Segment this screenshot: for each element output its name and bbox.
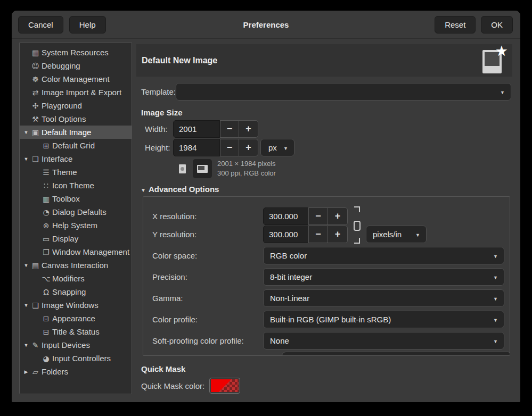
width-increment-button[interactable]: + (239, 120, 258, 138)
cpu-icon: ▦ (30, 48, 40, 57)
expander-open-icon[interactable]: ▼ (22, 130, 30, 135)
image-size-summary: 2001 × 1984 pixels 300 ppi, RGB color (217, 159, 276, 178)
height-increment-button[interactable]: + (239, 139, 258, 156)
color-profile-row: Color profile: Built-in RGB (GIMP built-… (143, 311, 510, 328)
sidebar-item-dialog-defaults[interactable]: ◔ Dialog Defaults (20, 205, 132, 219)
precision-label: Precision: (152, 268, 187, 286)
sidebar-item-input-devices[interactable]: ▼ ✎ Input Devices (20, 338, 132, 352)
sidebar-item-help-system[interactable]: ⊚ Help System (20, 219, 132, 232)
sidebar-item-tool-options[interactable]: ⚒ Tool Options (20, 112, 132, 126)
sidebar-item-toolbox[interactable]: ▥ Toolbox (20, 192, 132, 205)
sidebar-item-default-grid[interactable]: ⊞ Default Grid (20, 139, 132, 152)
y-resolution-increment-button[interactable]: + (328, 226, 348, 243)
color-space-label: Color space: (152, 247, 197, 264)
sidebar-item-debugging[interactable]: ☺ Debugging (20, 59, 132, 72)
sidebar-item-canvas-interaction[interactable]: ▼ ▤ Canvas Interaction (20, 259, 132, 272)
x-resolution-input[interactable]: 300.000 (263, 207, 308, 225)
sidebar-item-snapping[interactable]: Ω Snapping (20, 285, 132, 298)
gamma-dropdown[interactable]: Non-Linear ▼ (263, 289, 504, 307)
expander-open-icon[interactable]: ▼ (22, 343, 30, 348)
reset-button[interactable]: Reset (435, 16, 476, 34)
size-summary-line1: 2001 × 1984 pixels (217, 159, 276, 169)
sidebar-item-playground[interactable]: ✣ Playground (20, 99, 132, 112)
sidebar-item-label: Image Windows (42, 301, 99, 310)
x-resolution-label: X resolution: (152, 207, 197, 225)
soft-proofing-dropdown[interactable]: None ▼ (263, 332, 504, 350)
chain-top-bracket (354, 206, 360, 212)
expander-open-icon[interactable]: ▼ (22, 263, 30, 268)
sidebar-item-icon-theme[interactable]: ∷ Icon Theme (20, 179, 132, 192)
dialog-content: ▦ System Resources ☺ Debugging ☸ Color M… (12, 39, 520, 402)
gauge-icon: ◔ (41, 208, 51, 217)
preferences-category-tree: ▦ System Resources ☺ Debugging ☸ Color M… (19, 42, 132, 394)
resolution-unit-dropdown[interactable]: pixels/in ▼ (366, 226, 427, 243)
default-new-image-panel: Default New Image ★ Template: ▼ Image Si… (136, 39, 512, 402)
sidebar-item-label: Help System (52, 221, 97, 230)
template-dropdown[interactable]: ▼ (176, 83, 511, 101)
expander-open-icon[interactable]: ▼ (22, 156, 30, 162)
soft-proofing-row: Soft-proofing color profile: None ▼ (143, 332, 510, 350)
sidebar-item-label: Toolbox (52, 194, 80, 203)
width-input[interactable]: 2001 (173, 120, 220, 138)
ok-button[interactable]: OK (481, 16, 513, 34)
sidebar-item-window-management[interactable]: ❐ Window Management (20, 245, 132, 259)
y-resolution-label: Y resolution: (152, 226, 197, 243)
clipped-dropdown[interactable] (282, 352, 510, 356)
x-resolution-increment-button[interactable]: + (328, 207, 348, 225)
sidebar-item-image-import-export[interactable]: ⇄ Image Import & Export (20, 86, 132, 99)
toolbox-icon: ▥ (41, 195, 51, 203)
sidebar-item-label: Canvas Interaction (42, 261, 108, 270)
sidebar-item-system-resources[interactable]: ▦ System Resources (20, 46, 132, 59)
chevron-down-icon: ▼ (493, 339, 498, 344)
cancel-button[interactable]: Cancel (18, 16, 63, 34)
height-decrement-button[interactable]: − (220, 139, 239, 156)
tools-icon: ⚒ (30, 115, 40, 123)
expander-collapsed-icon[interactable]: ▶ (22, 369, 30, 375)
page-title: Default New Image (142, 44, 217, 77)
pinwheel-icon: ✣ (30, 102, 40, 110)
color-space-dropdown[interactable]: RGB color ▼ (263, 247, 504, 264)
y-resolution-input[interactable]: 300.000 (263, 226, 308, 243)
sidebar-item-label: Default Grid (52, 141, 95, 150)
quick-mask-color-fill (211, 379, 239, 392)
width-decrement-button[interactable]: − (220, 120, 239, 138)
chevron-down-icon: ▼ (493, 254, 498, 259)
portrait-orientation-button[interactable] (173, 159, 192, 178)
quick-mask-color-label: Quick Mask color: (141, 378, 204, 394)
sidebar-item-display[interactable]: ▭ Display (20, 232, 132, 245)
chevron-down-icon: ▼ (283, 146, 288, 151)
window-pair-icon: ❏ (30, 155, 40, 163)
help-button[interactable]: Help (69, 16, 106, 34)
sidebar-item-color-management[interactable]: ☸ Color Management (20, 72, 132, 86)
sidebar-item-input-controllers[interactable]: ◕ Input Controllers (20, 352, 132, 365)
color-profile-dropdown[interactable]: Built-in RGB (GIMP built-in sRGB) ▼ (263, 311, 504, 328)
quick-mask-color-swatch[interactable] (209, 378, 240, 394)
sidebar-item-interface[interactable]: ▼ ❏ Interface (20, 152, 132, 165)
sidebar-item-label: Default Image (42, 128, 91, 137)
sidebar-item-default-image[interactable]: ▼ ▣ Default Image (20, 126, 132, 139)
y-resolution-decrement-button[interactable]: − (308, 226, 328, 243)
unit-dropdown[interactable]: px ▼ (260, 139, 294, 156)
precision-dropdown[interactable]: 8-bit integer ▼ (263, 268, 504, 286)
template-row: Template: ▼ (136, 83, 512, 101)
expander-open-icon[interactable]: ▼ (22, 303, 30, 308)
sidebar-item-modifiers[interactable]: ⌥ Modifiers (20, 272, 132, 285)
chain-link-toggle[interactable] (351, 205, 363, 245)
lifebuoy-icon: ⊚ (41, 221, 51, 230)
controller-icon: ◕ (41, 354, 51, 363)
x-resolution-decrement-button[interactable]: − (308, 207, 328, 225)
height-input[interactable]: 1984 (173, 139, 220, 156)
sidebar-item-appearance[interactable]: ⊡ Appearance (20, 312, 132, 325)
image-size-heading: Image Size (141, 108, 183, 117)
landscape-orientation-button[interactable] (193, 159, 212, 178)
sidebar-item-theme[interactable]: ☰ Theme (20, 165, 132, 179)
sidebar-item-image-windows[interactable]: ▼ ❑ Image Windows (20, 298, 132, 312)
sidebar-item-folders[interactable]: ▶ ▱ Folders (20, 365, 132, 378)
sidebar-item-title-status[interactable]: ⊟ Title & Status (20, 325, 132, 338)
height-row: Height: 1984 − + px ▼ (136, 139, 512, 156)
chain-bottom-bracket (354, 238, 360, 244)
chevron-down-icon: ▼ (415, 232, 420, 238)
advanced-options-expander[interactable]: ▼Advanced Options (141, 185, 219, 194)
unit-value: px (268, 143, 277, 152)
canvas-icon: ▤ (30, 261, 40, 270)
